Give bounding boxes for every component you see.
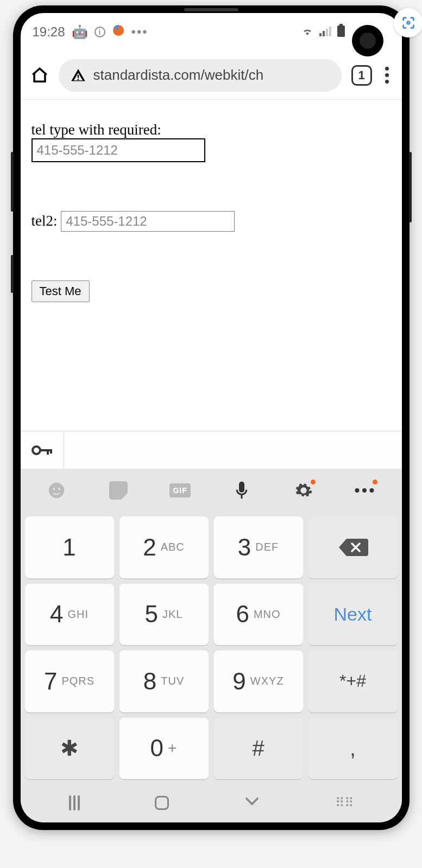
emoji-icon[interactable] <box>45 478 68 502</box>
svg-rect-9 <box>77 79 78 80</box>
svg-point-14 <box>49 483 64 498</box>
more-toolbar-icon[interactable]: ••• <box>354 478 377 502</box>
insecure-warning-icon <box>71 68 86 83</box>
svg-rect-2 <box>319 33 322 36</box>
web-page: tel type with required: tel2: Test Me <box>21 100 402 431</box>
key-2[interactable]: 2ABC <box>119 516 209 578</box>
camera-cutout <box>352 25 383 56</box>
svg-point-10 <box>33 446 40 454</box>
svg-point-19 <box>301 488 306 493</box>
more-icon: ••• <box>131 24 148 40</box>
battery-icon <box>337 24 345 40</box>
tel2-input[interactable] <box>61 211 235 232</box>
volume-up-button <box>11 152 14 212</box>
key-hash[interactable]: # <box>214 718 303 780</box>
tel1-input[interactable] <box>32 138 205 162</box>
key-1[interactable]: 1 <box>25 516 114 578</box>
browser-icon <box>112 24 125 40</box>
home-icon[interactable] <box>30 66 49 85</box>
screenshot-crop-button[interactable] <box>394 8 422 37</box>
keyboard-suggestion-bar <box>21 431 402 469</box>
phone-speaker <box>184 8 238 11</box>
keyboard-toolbar: GIF ••• <box>21 469 402 512</box>
tel2-label: tel2: <box>32 213 58 229</box>
svg-rect-5 <box>329 27 331 36</box>
svg-rect-4 <box>326 29 328 36</box>
status-time: 19:28 <box>33 24 65 40</box>
svg-rect-3 <box>323 31 325 36</box>
key-4[interactable]: 4GHI <box>25 584 114 646</box>
key-comma[interactable]: , <box>308 718 398 780</box>
svg-point-15 <box>53 488 55 490</box>
android-icon: 🤖 <box>72 24 88 40</box>
nav-keyboard-toggle-icon[interactable]: ⠿⠿ <box>335 795 354 810</box>
phone-frame: 19:28 🤖 i ••• <box>13 5 410 830</box>
key-8[interactable]: 8TUV <box>119 650 209 712</box>
test-me-button[interactable]: Test Me <box>32 280 90 302</box>
key-symbols[interactable]: *+# <box>308 650 398 712</box>
tab-switcher[interactable]: 1 <box>351 65 372 86</box>
svg-rect-17 <box>239 482 244 493</box>
svg-rect-12 <box>47 449 49 455</box>
key-7[interactable]: 7PQRS <box>25 650 114 712</box>
key-star[interactable]: ✱ <box>25 718 114 780</box>
phone-screen: 19:28 🤖 i ••• <box>21 13 402 822</box>
browser-menu-icon[interactable] <box>382 63 392 87</box>
nav-home-icon[interactable] <box>155 796 169 810</box>
svg-point-16 <box>58 488 60 490</box>
tel1-label: tel type with required: <box>32 122 391 138</box>
nav-back-icon[interactable] <box>244 793 260 813</box>
status-bar: 19:28 🤖 i ••• <box>21 13 402 51</box>
system-nav-bar: ⠿⠿ <box>21 783 402 822</box>
key-6[interactable]: 6MNO <box>214 584 303 646</box>
power-button <box>409 152 412 222</box>
svg-rect-8 <box>77 74 78 78</box>
svg-rect-13 <box>50 449 52 454</box>
svg-point-0 <box>407 22 410 24</box>
key-next[interactable]: Next <box>308 584 398 646</box>
svg-rect-7 <box>337 25 345 37</box>
info-icon: i <box>95 27 105 37</box>
key-backspace[interactable] <box>308 516 398 578</box>
key-0[interactable]: 0+ <box>119 718 209 780</box>
key-9[interactable]: 9WXYZ <box>214 650 303 712</box>
url-text: standardista.com/webkit/ch <box>93 67 264 84</box>
gif-icon[interactable]: GIF <box>168 478 192 502</box>
key-5[interactable]: 5JKL <box>119 584 209 646</box>
password-key-icon[interactable] <box>21 431 64 469</box>
signal-icon <box>319 24 331 40</box>
mic-icon[interactable] <box>230 478 254 502</box>
key-3[interactable]: 3DEF <box>214 516 303 578</box>
settings-icon[interactable] <box>292 478 316 502</box>
wifi-icon <box>301 24 314 40</box>
url-bar[interactable]: standardista.com/webkit/ch <box>59 59 342 92</box>
sticker-icon[interactable] <box>106 478 130 502</box>
volume-down-button <box>11 255 14 293</box>
numeric-keypad: 1 2ABC 3DEF 4GHI 5JKL 6MNO Next 7PQRS 8T… <box>21 512 402 783</box>
nav-recent-icon[interactable] <box>69 795 80 810</box>
svg-rect-11 <box>39 449 51 451</box>
browser-toolbar: standardista.com/webkit/ch 1 <box>21 51 402 100</box>
svg-rect-6 <box>339 24 343 25</box>
